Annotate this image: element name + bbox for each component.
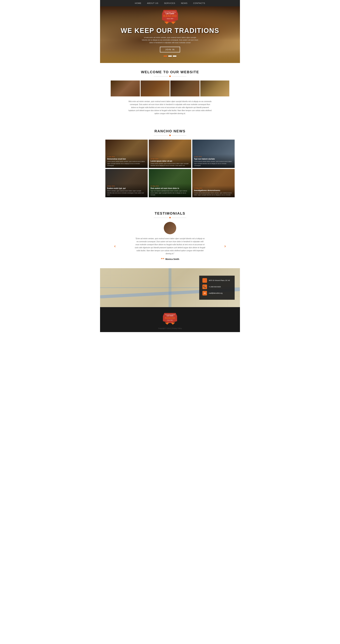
divider-line-right [172,76,186,76]
testimonial-author: Monica Smith [165,258,179,260]
news-card-text-1: Lorem ipsum dolod minim veniam, quis nos… [107,160,146,166]
news-card-title-4: Eodem modo typi, qui [107,187,146,189]
footer-badge-inner: Horseback Riding Las Casto RANCHO ~ Sinc… [163,313,177,323]
news-divider-dot [169,135,171,136]
news-card-text-5: Typi non habent claritatecload minim ven… [151,190,189,196]
contact-phone: +1 800 603 6025 [209,286,221,288]
testimonial-prev-button[interactable]: ‹ [114,244,116,248]
hero-dots [164,56,176,56]
photo-4 [200,80,229,96]
news-card-3[interactable]: 22 Apr 2014 Typi non habent claritate Lo… [192,140,235,168]
map-section: 📍 9870 St Vincent Place, DC 45 📞 +1 800 … [100,268,240,307]
testimonials-title: TESTIMONIALS [111,212,229,216]
news-card-text-6: Cones demonstraverulad minim veniam, qui… [194,192,233,196]
news-grid: 21 Apr 2014 Demonstrav erunt leer Lorem … [105,140,235,197]
news-overlay-1: 21 Apr 2014 Demonstrav erunt leer Lorem … [105,154,148,168]
footer-badge: Horseback Riding Las Casto RANCHO ~ Sinc… [111,312,229,325]
avatar-image [164,222,176,234]
news-overlay-2: 23 Apr 2014 Lorem ipsum dolor sit am Vol… [149,156,191,168]
news-card-text-3: Lorem ipsum dolad minim veniam, quis nos… [194,160,233,166]
news-date-1: 21 Apr 2014 [107,156,146,158]
news-card-title-6: Investigationes demonstraveru [194,190,233,192]
divider-line-left [154,76,168,76]
footer-badge-name: Las Casto [167,315,173,317]
testimonial-avatar [164,222,176,234]
t-divider-line-left [154,218,168,218]
nav-services[interactable]: SERVICES [164,2,175,4]
nav-home[interactable]: HOME [135,2,141,4]
footer-badge-rancho: RANCHO [165,317,175,319]
news-date-5: 01 May 2014 [151,185,189,187]
hero-dot-3[interactable] [173,56,176,56]
testimonials-divider [111,217,229,218]
news-divider [105,135,235,136]
news-card-title-3: Typi non habent claritate [194,158,233,160]
main-nav: HOME ABOUT US SERVICES NEWS CONTACTS [100,0,240,6]
hero-title: WE KEEP OUR TRADITIONS [121,27,219,34]
news-date-4: 28 Apr 2014 [107,185,146,187]
badge-rancho: RANCHO [163,14,177,18]
news-card-1[interactable]: 21 Apr 2014 Demonstrav erunt leer Lorem … [105,140,148,168]
news-card-6[interactable]: 04 May 2014 Investigationes demonstraver… [192,169,235,197]
testimonial-author-row: ❝❝ Monica Smith [111,257,229,261]
pin-icon: 📍 [202,278,207,283]
welcome-text: Wisi enim ad minim veniam, quis nostrud … [128,100,212,115]
news-card-2[interactable]: 23 Apr 2014 Lorem ipsum dolor sit am Vol… [149,140,191,168]
photo-2 [141,80,170,96]
news-divider-line-left [154,135,168,136]
testimonial-text: "Enim ad minim veniam, quis nostrud exer… [135,237,205,255]
news-card-4[interactable]: 28 Apr 2014 Eodem modo typi, qui Minim v… [105,169,148,197]
contact-card: 📍 9870 St Vincent Place, DC 45 📞 +1 800 … [199,276,235,300]
hero-dot-2[interactable] [168,56,172,56]
news-overlay-6: 04 May 2014 Investigationes demonstraver… [192,186,235,197]
brand-badge: Horseback Riding Las Casto RANCHO ~ Sinc… [162,10,178,22]
join-button[interactable]: JOIN IN [160,47,180,52]
news-divider-line-right [172,135,186,136]
news-overlay-5: 01 May 2014 Duis autem vel eum iriure do… [149,184,191,197]
nav-contacts[interactable]: CONTACTS [193,2,205,4]
contact-email-row: ✉ mail@demolink.org [202,291,231,296]
news-overlay-4: 28 Apr 2014 Eodem modo typi, qui Minim v… [105,184,148,197]
news-overlay-3: 22 Apr 2014 Typi non habent claritate Lo… [192,154,235,168]
news-card-5[interactable]: 01 May 2014 Duis autem vel eum iriure do… [149,169,191,197]
news-date-6: 04 May 2014 [194,187,233,189]
email-icon: ✉ [202,291,207,296]
photo-3 [170,80,200,96]
hero-content: Horseback Riding Las Casto RANCHO ~ Sinc… [100,6,240,56]
hero-subtitle: Ut wisi enim ad minim veniam, quis nostr… [142,36,198,44]
news-card-text-2: Volad minim veniam, quis nostrud exerci … [151,162,189,166]
testimonial-nav: ‹ "Enim ad minim veniam, quis nostrud ex… [111,237,229,255]
contact-address: 9870 St Vincent Place, DC 45 [209,280,230,281]
t-divider-line-right [172,218,186,218]
footer-badge-since: ~ Since 1903 ~ [166,320,174,321]
news-card-title-5: Duis autem vel eum iriure dolor in [151,187,189,189]
photo-grid [111,80,229,96]
contact-address-row: 📍 9870 St Vincent Place, DC 45 [202,278,231,283]
phone-icon: 📞 [202,284,207,289]
footer-copyright: Copyright © 2014 | Privacy Policy [111,328,229,329]
photo-1 [111,80,140,96]
welcome-divider [111,76,229,77]
news-title: RANCHO NEWS [105,129,235,133]
t-divider-dot [169,217,171,218]
badge-since: ~ Since 1903 ~ [166,18,174,19]
news-section: RANCHO NEWS 21 Apr 2014 Demonstrav erunt… [100,122,240,204]
footer: Horseback Riding Las Casto RANCHO ~ Sinc… [100,307,240,332]
news-card-title-2: Lorem ipsum dolor sit am [151,160,189,162]
welcome-title: WELCOME TO OUR WEBSITE [111,70,229,74]
news-date-3: 22 Apr 2014 [194,156,233,158]
contact-email: mail@demolink.org [209,292,222,294]
contact-phone-row: 📞 +1 800 603 6025 [202,284,231,289]
badge-name: Las Casto [166,12,174,14]
badge-top-text: Horseback Riding [164,11,175,12]
nav-about[interactable]: ABOUT US [147,2,158,4]
hero-dot-1[interactable] [164,56,167,56]
welcome-section: WELCOME TO OUR WEBSITE Wisi enim ad mini… [100,63,240,122]
divider-dot [169,76,171,77]
news-date-2: 23 Apr 2014 [151,158,189,160]
nav-news[interactable]: NEWS [181,2,188,4]
testimonial-next-button[interactable]: › [224,244,226,248]
testimonials-section: TESTIMONIALS ‹ "Enim ad minim veniam, qu… [100,204,240,268]
news-card-title-1: Demonstrav erunt leer [107,158,146,160]
news-card-text-4: Minim veniam, quis nostrud exerci tation… [107,190,146,196]
